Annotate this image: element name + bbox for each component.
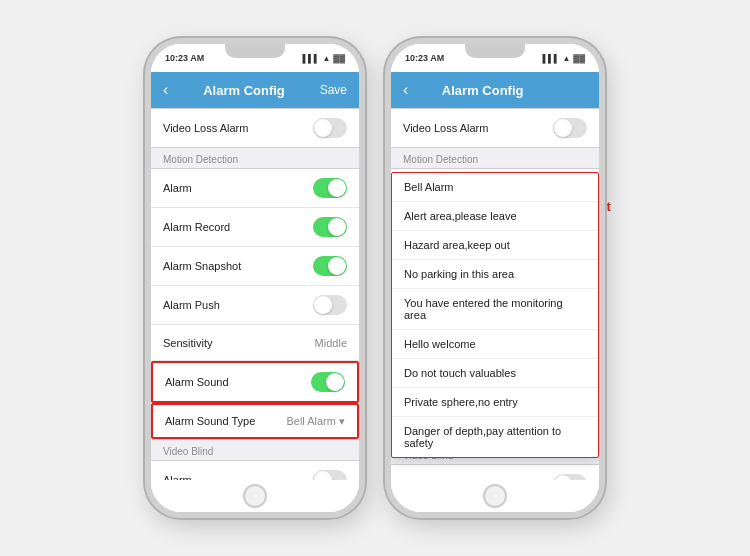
- back-button2[interactable]: ‹: [403, 81, 408, 99]
- dropdown-item-3[interactable]: Hazard area,keep out: [392, 231, 598, 260]
- settings-group-video: Video Loss Alarm: [151, 108, 359, 148]
- alarm-record-toggle[interactable]: [313, 217, 347, 237]
- alarm-sound-type-row[interactable]: Alarm Sound Type Bell Alarm ▾: [151, 403, 359, 439]
- p2-video-loss-row: Video Loss Alarm: [391, 109, 599, 147]
- phone2-content: Video Loss Alarm Motion Detection Alarm …: [391, 108, 599, 480]
- dropdown-item-1[interactable]: Bell Alarm: [392, 173, 598, 202]
- notch2: [465, 44, 525, 58]
- alarm-label: Alarm: [163, 182, 192, 194]
- p2-video-loss-group: Video Loss Alarm: [391, 108, 599, 148]
- sensitivity-label: Sensitivity: [163, 337, 213, 349]
- phone1-bottom: [151, 480, 359, 512]
- dropdown-item-4[interactable]: No parking in this area: [392, 260, 598, 289]
- alarm-snapshot-row: Alarm Snapshot: [151, 247, 359, 286]
- home-button2[interactable]: [483, 484, 507, 508]
- nav-title2: Alarm Config: [442, 83, 524, 98]
- motion-detection-group: Alarm Alarm Record Alarm Snapshot Alarm …: [151, 168, 359, 440]
- nav-bar: ‹ Alarm Config Save: [151, 72, 359, 108]
- sensitivity-row: Sensitivity Middle: [151, 325, 359, 361]
- status-icons2: ▌▌▌ ▲ ▓▓: [542, 54, 585, 63]
- dropdown-item-2[interactable]: Alert area,please leave: [392, 202, 598, 231]
- vb-alarm-row: Alarm: [151, 461, 359, 480]
- alarm-record-row: Alarm Record: [151, 208, 359, 247]
- nav-bar2: ‹ Alarm Config: [391, 72, 599, 108]
- dropdown-item-7[interactable]: Do not touch valuables: [392, 359, 598, 388]
- p2-vb-alarm-row: Alarm: [391, 465, 599, 480]
- p2-video-loss-label: Video Loss Alarm: [403, 122, 488, 134]
- signal-icon: ▌▌▌: [302, 54, 319, 63]
- battery-icon2: ▓▓: [573, 54, 585, 63]
- alarm-push-row: Alarm Push: [151, 286, 359, 325]
- dropdown-item-9[interactable]: Danger of depth,pay attention to safety: [392, 417, 598, 457]
- dropdown-item-8[interactable]: Private sphere,no entry: [392, 388, 598, 417]
- alarm-sound-toggle[interactable]: [311, 372, 345, 392]
- p2-motion-header: Motion Detection: [391, 148, 599, 168]
- alarm-push-label: Alarm Push: [163, 299, 220, 311]
- video-loss-alarm-toggle[interactable]: [313, 118, 347, 138]
- alarm-toggle[interactable]: [313, 178, 347, 198]
- battery-icon: ▓▓: [333, 54, 345, 63]
- alarm-snapshot-toggle[interactable]: [313, 256, 347, 276]
- alarm-push-toggle[interactable]: [313, 295, 347, 315]
- home-button[interactable]: [243, 484, 267, 508]
- phone-2: 10:23 AM ▌▌▌ ▲ ▓▓ ‹ Alarm Config Video L…: [385, 38, 605, 518]
- video-loss-alarm-row: Video Loss Alarm: [151, 109, 359, 147]
- alarm-sound-type-label: Alarm Sound Type: [165, 415, 255, 427]
- alarm-row: Alarm: [151, 169, 359, 208]
- time-display2: 10:23 AM: [405, 53, 444, 63]
- p2-video-loss-toggle[interactable]: [553, 118, 587, 138]
- phone-1: 10:23 AM ▌▌▌ ▲ ▓▓ ‹ Alarm Config Save Vi…: [145, 38, 365, 518]
- nav-title: Alarm Config: [203, 83, 285, 98]
- alarm-sound-dropdown[interactable]: Bell Alarm Alert area,please leave Hazar…: [391, 172, 599, 458]
- status-icons: ▌▌▌ ▲ ▓▓: [302, 54, 345, 63]
- signal-icon2: ▌▌▌: [542, 54, 559, 63]
- p2-vb-alarm-label: Alarm: [403, 478, 432, 480]
- phone1-content: Video Loss Alarm Motion Detection Alarm …: [151, 108, 359, 480]
- alarm-sound-type-value: Bell Alarm ▾: [286, 415, 345, 428]
- video-blind-header: Video Blind: [151, 440, 359, 460]
- scene: 10:23 AM ▌▌▌ ▲ ▓▓ ‹ Alarm Config Save Vi…: [125, 18, 625, 538]
- wifi-icon2: ▲: [562, 54, 570, 63]
- dropdown-item-6[interactable]: Hello welcome: [392, 330, 598, 359]
- video-blind-group: Alarm Alarm Record: [151, 460, 359, 480]
- save-button[interactable]: Save: [320, 83, 347, 97]
- sensitivity-value: Middle: [315, 337, 347, 349]
- alarm-sound-label: Alarm Sound: [165, 376, 229, 388]
- video-loss-alarm-label: Video Loss Alarm: [163, 122, 248, 134]
- wifi-icon: ▲: [322, 54, 330, 63]
- alarm-sound-row: Alarm Sound: [151, 361, 359, 403]
- p2-vb-alarm-toggle[interactable]: [553, 474, 587, 480]
- alarm-record-label: Alarm Record: [163, 221, 230, 233]
- p2-video-blind-group: Alarm Alarm Record: [391, 464, 599, 480]
- alarm-snapshot-label: Alarm Snapshot: [163, 260, 241, 272]
- phone2-bottom: [391, 480, 599, 512]
- notch: [225, 44, 285, 58]
- back-button[interactable]: ‹: [163, 81, 168, 99]
- time-display: 10:23 AM: [165, 53, 204, 63]
- vb-alarm-toggle[interactable]: [313, 470, 347, 480]
- motion-detection-header: Motion Detection: [151, 148, 359, 168]
- dropdown-item-5[interactable]: You have entered the monitoring area: [392, 289, 598, 330]
